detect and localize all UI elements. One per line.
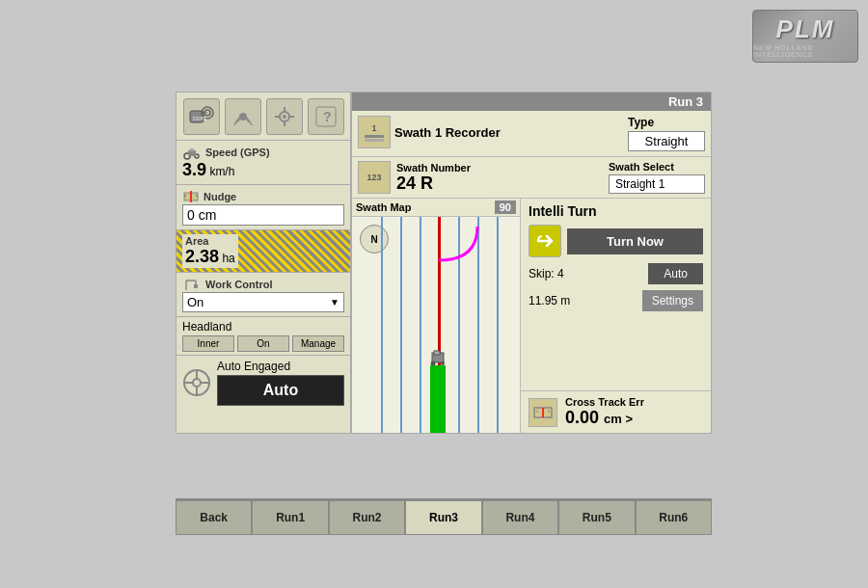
settings-icon[interactable] [266,98,303,135]
tab-run1[interactable]: Run1 [252,500,328,535]
svg-line-39 [548,410,550,413]
swath-num-icon: 123 [358,161,391,194]
area-row: Area 2.38 ha [176,230,350,273]
swath-select-value[interactable]: Straight 1 [609,174,705,194]
recorder-icon: 1 [358,116,391,148]
swath-map-container: Swath Map 90 N [352,199,521,433]
svg-rect-17 [190,148,194,151]
type-value[interactable]: Straight [628,131,705,151]
swath-map-header: Swath Map 90 [352,199,520,217]
swath-select-label: Swath Select [609,161,705,173]
steering-wheel-icon [182,368,211,397]
swath-number-value: 24 R [396,174,603,194]
auto-engaged-row: Auto Engaged Auto [176,356,350,410]
intelli-panel: Intelli Turn Turn Now Skip: 4 Auto [521,199,711,433]
skip-label: Skip: 4 [529,267,564,281]
work-control-select[interactable]: On ▼ [182,292,344,312]
tab-bar: Back Run1 Run2 Run3 Run4 Run5 Run6 [176,498,712,535]
recorder-label: Swath 1 Recorder [394,125,501,140]
cross-track-label: Cross Track Err [565,396,703,408]
cross-track-value: 0.00 cm > [565,408,703,428]
nudge-label: Nudge [182,189,344,204]
swath-number-block: Swath Number 24 R [396,162,603,194]
svg-rect-25 [194,284,198,288]
svg-rect-33 [434,351,440,355]
intelli-content: Intelli Turn Turn Now Skip: 4 Auto [521,199,711,390]
area-label: Area [185,235,235,247]
signal-icon[interactable] [225,98,261,135]
svg-point-34 [431,361,436,366]
nav-icons-row: DGPS ? [176,93,350,141]
crane-icon [182,277,202,292]
work-control-row: Work Control On ▼ [176,273,350,317]
tab-run2[interactable]: Run2 [329,500,405,535]
type-label: Type [628,116,705,129]
swath-map-canvas[interactable]: N [352,217,520,433]
tab-run4[interactable]: Run4 [482,500,558,535]
distance-label: 11.95 m [529,294,570,307]
swath-map-label: Swath Map [356,201,411,213]
speed-label: Speed (GPS) [182,145,344,160]
tab-back[interactable]: Back [176,500,252,535]
nudge-icon [182,189,200,204]
cross-track-info: Cross Track Err 0.00 cm > [565,396,703,428]
tab-run3[interactable]: Run3 [405,500,481,535]
turn-arrow-icon [529,225,561,257]
area-unit: ha [222,252,234,265]
nudge-row: Nudge 0 cm [176,185,350,230]
speed-row: Speed (GPS) 3.9 km/h [176,141,350,185]
tractor-marker [429,350,447,367]
skip-row: Skip: 4 Auto [529,263,703,284]
auto-engaged-label: Auto Engaged [217,360,344,373]
tractor-icon [182,145,202,160]
distance-row: 11.95 m Settings [529,290,703,311]
dgps-icon[interactable]: DGPS [183,98,220,135]
settings-btn[interactable]: Settings [642,290,703,311]
svg-line-38 [536,410,538,413]
headland-on-btn[interactable]: On [237,335,289,352]
swath-map-scale: 90 [495,200,516,214]
auto-btn[interactable]: Auto [648,263,703,284]
swath-number-label: Swath Number [396,162,603,174]
svg-text:DGPS: DGPS [193,116,207,121]
svg-text:?: ? [323,109,332,124]
headland-inner-btn[interactable]: Inner [182,335,234,352]
auto-value[interactable]: Auto [217,375,344,406]
tab-run5[interactable]: Run5 [558,500,635,535]
cross-track-section: Cross Track Err 0.00 cm > [521,390,711,433]
svg-point-35 [441,361,445,365]
svg-point-27 [193,379,201,387]
turn-now-btn[interactable]: Turn Now [567,228,703,254]
swath-select-block: Swath Select Straight 1 [609,161,705,194]
svg-point-7 [283,115,286,119]
info-icon[interactable]: ? [308,98,344,135]
speed-value: 3.9 [182,160,206,179]
work-control-label: Work Control [182,277,344,292]
cross-track-icon [529,398,557,427]
turn-now-row: Turn Now [529,225,703,257]
intelli-turn-label: Intelli Turn [529,203,703,219]
turn-path [352,217,520,433]
plm-logo-text: PLM [776,14,835,44]
type-block: Type Straight [628,116,705,151]
select-arrow-icon: ▼ [330,297,339,307]
headland-row: Headland Inner On Manage [176,317,350,356]
plm-logo-subtext: NEW HOLLAND INTELLIGENCE [753,44,857,58]
headland-label: Headland [182,320,344,334]
headland-manage-btn[interactable]: Manage [292,335,344,352]
tab-run6[interactable]: Run6 [636,500,712,535]
nudge-input[interactable]: 0 cm [182,204,344,226]
recorder-block: 1 Swath 1 Recorder [358,116,622,148]
run-title: Run 3 [352,93,711,111]
area-value: 2.38 [185,247,219,266]
plm-logo: PLM NEW HOLLAND INTELLIGENCE [752,10,858,63]
speed-unit: km/h [209,165,234,178]
